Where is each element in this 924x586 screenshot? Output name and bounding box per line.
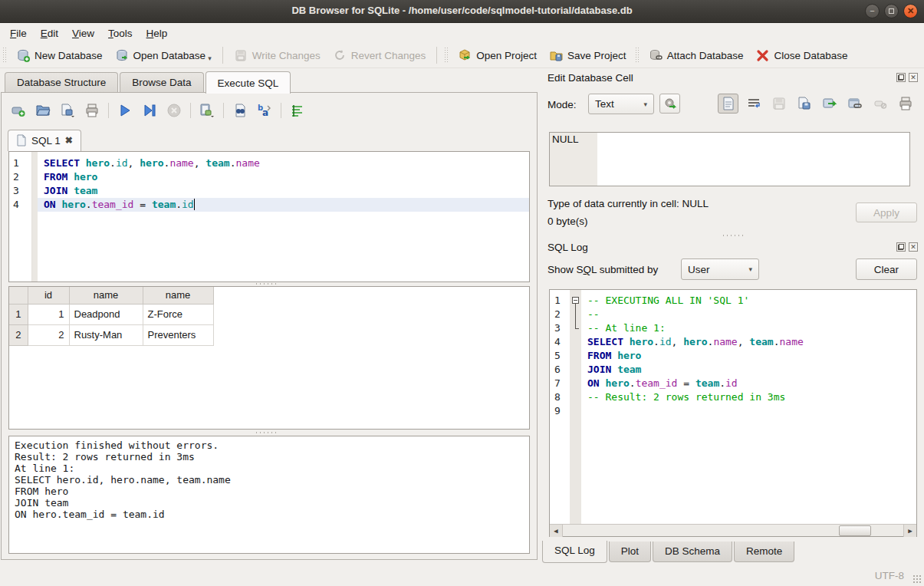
- submitted-by-combobox[interactable]: User▾: [681, 258, 759, 280]
- execute-sql-button[interactable]: [114, 100, 136, 120]
- code-line[interactable]: JOIN team: [38, 184, 529, 198]
- log-code-area[interactable]: -- EXECUTING ALL IN 'SQL 1' -- -- At lin…: [581, 290, 916, 536]
- cell-team-name[interactable]: Z-Force: [143, 304, 213, 324]
- log-line: -- At line 1:: [581, 321, 916, 335]
- cell-id[interactable]: 2: [28, 324, 69, 345]
- open-sql-file-button[interactable]: [32, 100, 54, 120]
- tab-execute-sql[interactable]: Execute SQL: [206, 71, 291, 94]
- mode-combobox[interactable]: Text▾: [588, 94, 654, 114]
- sql-doc-tab-close-icon[interactable]: ✖: [65, 135, 73, 146]
- close-button[interactable]: ✕: [903, 4, 918, 18]
- toolbar-drag-handle[interactable]: [635, 47, 640, 64]
- find-in-sql-button[interactable]: [229, 100, 251, 120]
- menu-view[interactable]: View: [65, 25, 101, 41]
- row-header[interactable]: 2: [9, 324, 28, 345]
- open-sql-options-button[interactable]: [57, 100, 78, 120]
- corner-header[interactable]: [9, 287, 28, 304]
- splitter-handle[interactable]: [722, 234, 745, 237]
- dock-float-button[interactable]: [896, 242, 906, 252]
- horizontal-scrollbar[interactable]: ◀ ▶: [550, 524, 916, 536]
- tab-sql-log[interactable]: SQL Log: [542, 541, 607, 563]
- sql-log-view[interactable]: 1 2 3 4 5 6 7 8 9 -- EXECUTING ALL IN 'S…: [549, 289, 917, 537]
- tab-plot[interactable]: Plot: [609, 542, 651, 562]
- open-database-button[interactable]: Open Database ▾: [109, 45, 218, 66]
- save-results-button[interactable]: [196, 100, 218, 120]
- toolbar-drag-handle[interactable]: [444, 47, 449, 64]
- column-header-name[interactable]: name: [69, 287, 143, 304]
- minimize-button[interactable]: −: [865, 4, 880, 18]
- menu-help[interactable]: Help: [140, 25, 175, 41]
- menu-tools[interactable]: Tools: [101, 25, 140, 41]
- attach-database-button[interactable]: Attach Database: [643, 45, 750, 66]
- splitter-handle[interactable]: [255, 431, 278, 434]
- execution-message-log[interactable]: Execution finished without errors. Resul…: [8, 436, 530, 554]
- format-sql-button[interactable]: ba: [254, 100, 275, 120]
- scroll-right-icon[interactable]: ▶: [903, 525, 916, 537]
- save-project-icon: [549, 48, 564, 63]
- dock-close-button[interactable]: ✕: [909, 242, 918, 252]
- import-cell-button[interactable]: [659, 94, 680, 114]
- encoding-indicator[interactable]: UTF-8: [875, 570, 904, 581]
- open-database-dropdown-icon[interactable]: ▾: [208, 54, 212, 63]
- revert-changes-button: Revert Changes: [327, 45, 432, 66]
- word-wrap-icon: [290, 103, 305, 118]
- attach-database-label: Attach Database: [667, 50, 744, 61]
- dock-close-button[interactable]: ✕: [909, 73, 918, 82]
- fold-collapse-icon[interactable]: [572, 297, 579, 304]
- print-sql-button[interactable]: [81, 100, 103, 120]
- menu-edit[interactable]: Edit: [34, 25, 65, 41]
- editor-line-numbers: 1 2 3 4: [9, 152, 32, 281]
- tab-remote[interactable]: Remote: [734, 542, 794, 562]
- scroll-left-icon[interactable]: ◀: [550, 525, 563, 537]
- log-line: JOIN team: [581, 363, 916, 377]
- cell-hero-name[interactable]: Deadpond: [69, 304, 143, 324]
- export-cell-button[interactable]: [819, 94, 840, 114]
- execute-current-line-button[interactable]: [139, 100, 160, 120]
- maximize-button[interactable]: [884, 4, 899, 18]
- column-header-name2[interactable]: name: [143, 287, 213, 304]
- cell-team-name[interactable]: Preventers: [143, 324, 213, 345]
- sql-editor[interactable]: 1 2 3 4 SELECT hero.id, hero.name, team.…: [8, 151, 530, 282]
- line-number: 1: [550, 294, 570, 308]
- tab-db-schema[interactable]: DB Schema: [653, 542, 732, 562]
- cell-hero-name[interactable]: Rusty-Man: [69, 324, 143, 345]
- code-line[interactable]: SELECT hero.id, hero.name, team.name: [38, 156, 529, 170]
- line-number: 6: [550, 363, 570, 377]
- column-header-id[interactable]: id: [28, 287, 69, 304]
- results-grid[interactable]: id name name 1 1 Deadpond Z-Force 2: [8, 286, 530, 430]
- tab-browse-data[interactable]: Browse Data: [120, 72, 203, 93]
- toolbar-drag-handle[interactable]: [2, 47, 8, 64]
- new-sql-tab-button[interactable]: [8, 100, 29, 120]
- dock-float-button[interactable]: [896, 73, 906, 82]
- print-cell-button[interactable]: [895, 94, 916, 114]
- sql-doc-tab[interactable]: SQL 1 ✖: [8, 130, 81, 151]
- code-line-current[interactable]: ON hero.team_id = team.id: [38, 198, 529, 212]
- text-mode-toggle-button[interactable]: [718, 94, 738, 114]
- row-header[interactable]: 1: [9, 304, 28, 324]
- open-external-button[interactable]: [844, 94, 865, 114]
- scrollbar-thumb[interactable]: [839, 525, 871, 536]
- sql-toolbar: ba: [8, 99, 308, 122]
- open-database-icon: [115, 48, 130, 63]
- cell-id[interactable]: 1: [28, 304, 69, 324]
- format-sql-icon: ba: [257, 103, 272, 118]
- cell-value-editor[interactable]: NULL: [549, 132, 910, 186]
- open-project-button[interactable]: Open Project: [452, 45, 543, 66]
- save-as-cell-button[interactable]: [794, 94, 814, 114]
- close-database-button[interactable]: Close Database: [749, 45, 853, 66]
- sql-toolbar-separator: [223, 103, 224, 118]
- title-bar[interactable]: DB Browser for SQLite - /home/user/code/…: [0, 0, 924, 23]
- menu-file[interactable]: File: [3, 25, 34, 41]
- log-fold-margin[interactable]: [570, 290, 581, 536]
- new-sql-tab-icon: [11, 103, 26, 118]
- resize-grip[interactable]: [912, 574, 922, 584]
- cell-word-wrap-button[interactable]: [743, 94, 764, 114]
- tab-database-structure[interactable]: Database Structure: [5, 72, 118, 93]
- splitter-handle[interactable]: [255, 282, 278, 285]
- save-project-button[interactable]: Save Project: [543, 45, 633, 66]
- new-database-button[interactable]: New Database: [10, 45, 109, 66]
- editor-code-area[interactable]: SELECT hero.id, hero.name, team.name FRO…: [38, 152, 529, 281]
- clear-log-button[interactable]: Clear: [856, 258, 917, 280]
- word-wrap-button[interactable]: [287, 100, 308, 120]
- code-line[interactable]: FROM hero: [38, 170, 529, 184]
